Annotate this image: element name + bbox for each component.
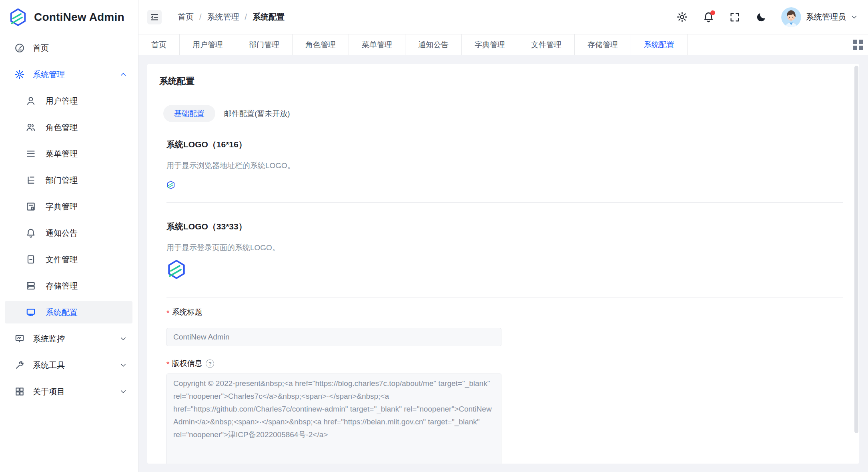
sidebar-item-role-management[interactable]: 角色管理 xyxy=(5,116,132,139)
app-root: ContiNew Admin 首页 系统管理 xyxy=(0,0,868,472)
breadcrumb-separator: / xyxy=(199,12,202,22)
help-icon[interactable]: ? xyxy=(206,360,214,368)
system-title-input[interactable] xyxy=(166,328,501,346)
sidebar-item-storage-management[interactable]: 存储管理 xyxy=(5,275,132,297)
copyright-textarea[interactable]: Copyright © 2022-present&nbsp;<a href="h… xyxy=(166,374,501,464)
sidebar-item-label: 部门管理 xyxy=(46,175,78,186)
field-label-text: 系统标题 xyxy=(172,307,202,317)
page-tab[interactable]: 文件管理 xyxy=(518,34,575,55)
page-tab[interactable]: 角色管理 xyxy=(293,34,349,55)
sidebar-item-user-management[interactable]: 用户管理 xyxy=(5,90,132,112)
required-marker: * xyxy=(166,360,169,369)
breadcrumb-item-home[interactable]: 首页 xyxy=(178,12,194,22)
page-tab[interactable]: 首页 xyxy=(138,34,180,55)
page-tab-active[interactable]: 系统配置 xyxy=(631,34,688,55)
page-tab[interactable]: 通知公告 xyxy=(405,34,462,55)
page-tab[interactable]: 存储管理 xyxy=(575,34,631,55)
chevron-down-icon xyxy=(851,14,858,20)
login-logo-preview[interactable] xyxy=(166,259,186,279)
sidebar-item-home[interactable]: 首页 xyxy=(5,37,132,59)
system-config-card: 系统配置 基础配置 邮件配置(暂未开放) 系统LOGO（16*16） 用于显示浏… xyxy=(147,64,859,464)
breadcrumb-separator: / xyxy=(245,12,247,22)
opened-tabs-bar: 首页 用户管理 部门管理 角色管理 菜单管理 通知公告 字典管理 文件管理 存储… xyxy=(138,34,868,55)
page-tab[interactable]: 用户管理 xyxy=(180,34,236,55)
file-icon xyxy=(26,254,36,265)
user-name: 系统管理员 xyxy=(806,12,846,22)
sidebar-item-system-tools[interactable]: 系统工具 xyxy=(5,354,132,376)
tab-mail-config[interactable]: 邮件配置(暂未开放) xyxy=(224,108,290,119)
dark-mode-button[interactable] xyxy=(755,11,768,24)
sidebar-item-menu-management[interactable]: 菜单管理 xyxy=(5,143,132,165)
section-description: 用于显示浏览器地址栏的系统LOGO。 xyxy=(166,161,843,171)
apps-grid-icon xyxy=(14,386,25,397)
copyright-label: * 版权信息 ? xyxy=(166,358,843,369)
settings-button[interactable] xyxy=(676,11,688,24)
sidebar-item-system-monitor[interactable]: 系统监控 xyxy=(5,327,132,350)
logo-33-section: 系统LOGO（33*33） 用于显示登录页面的系统LOGO。 xyxy=(166,221,843,297)
sidebar-item-about-project[interactable]: 关于项目 xyxy=(5,380,132,403)
content-area: 系统配置 基础配置 邮件配置(暂未开放) 系统LOGO（16*16） 用于显示浏… xyxy=(138,55,868,472)
favicon-logo-preview[interactable] xyxy=(166,181,175,189)
gear-icon xyxy=(14,69,25,80)
divider xyxy=(166,202,843,203)
top-header: 首页 / 系统管理 / 系统配置 xyxy=(138,0,868,34)
sidebar-item-label: 角色管理 xyxy=(46,122,78,133)
chevron-up-icon xyxy=(120,71,127,78)
breadcrumb-item-current: 系统配置 xyxy=(253,12,285,22)
system-title-label: * 系统标题 xyxy=(166,307,843,317)
desktop-icon xyxy=(26,307,36,317)
sidebar-item-system-config[interactable]: 系统配置 xyxy=(5,301,132,323)
sidebar-item-label: 关于项目 xyxy=(33,386,65,397)
dashboard-icon xyxy=(14,43,25,53)
section-title: 系统LOGO（33*33） xyxy=(166,221,843,232)
sidebar-item-label: 存储管理 xyxy=(46,281,78,291)
app-title: ContiNew Admin xyxy=(34,11,124,24)
user-group-icon xyxy=(26,122,36,133)
sidebar-item-label: 文件管理 xyxy=(46,254,78,265)
breadcrumb-item-system-management[interactable]: 系统管理 xyxy=(207,12,239,22)
menu-lines-icon xyxy=(26,149,36,159)
notifications-button[interactable] xyxy=(702,11,715,24)
monitor-pulse-icon xyxy=(14,333,25,344)
sidebar-item-label: 系统管理 xyxy=(33,69,65,80)
breadcrumb: 首页 / 系统管理 / 系统配置 xyxy=(178,12,285,22)
notification-badge xyxy=(710,10,715,15)
grid-icon xyxy=(853,40,863,50)
chevron-down-icon xyxy=(120,362,127,369)
card-scrollbar[interactable] xyxy=(854,66,858,433)
wrench-icon xyxy=(14,360,25,370)
config-form: * 系统标题 * 版权信息 ? Copyright © 2022-present… xyxy=(166,307,843,464)
sidebar-item-label: 用户管理 xyxy=(46,96,78,106)
sidebar-item-notice[interactable]: 通知公告 xyxy=(5,222,132,244)
storage-icon xyxy=(26,281,36,291)
sidebar-item-file-management[interactable]: 文件管理 xyxy=(5,248,132,271)
sidebar-item-dict-management[interactable]: 字典管理 xyxy=(5,195,132,218)
divider xyxy=(166,297,843,297)
sidebar-item-label: 菜单管理 xyxy=(46,149,78,159)
tab-basic-config[interactable]: 基础配置 xyxy=(163,105,215,122)
sidebar-item-label: 字典管理 xyxy=(46,201,78,212)
dictionary-icon xyxy=(26,201,36,212)
field-label-text: 版权信息 xyxy=(172,358,202,369)
app-logo-icon xyxy=(9,8,27,26)
sidebar-item-system-management[interactable]: 系统管理 xyxy=(5,63,132,86)
sidebar-collapse-button[interactable] xyxy=(147,10,162,24)
sidebar-item-label: 系统配置 xyxy=(46,307,78,318)
chevron-down-icon xyxy=(120,335,127,342)
avatar xyxy=(781,7,801,27)
user-menu[interactable]: 系统管理员 xyxy=(781,7,858,27)
sidebar-item-label: 通知公告 xyxy=(46,228,78,239)
tab-actions-button[interactable] xyxy=(853,34,863,55)
sidebar: ContiNew Admin 首页 系统管理 xyxy=(0,0,138,472)
sidebar-item-label: 首页 xyxy=(33,43,49,54)
brand-header[interactable]: ContiNew Admin xyxy=(0,0,138,34)
page-tab[interactable]: 部门管理 xyxy=(236,34,293,55)
sidebar-item-department-management[interactable]: 部门管理 xyxy=(5,169,132,191)
main-column: 首页 / 系统管理 / 系统配置 xyxy=(138,0,868,472)
page-tab[interactable]: 菜单管理 xyxy=(349,34,405,55)
sidebar-item-label: 系统监控 xyxy=(33,333,65,344)
fullscreen-button[interactable] xyxy=(728,11,741,24)
page-tab[interactable]: 字典管理 xyxy=(462,34,518,55)
chevron-down-icon xyxy=(120,388,127,395)
config-tabs: 基础配置 邮件配置(暂未开放) xyxy=(163,105,847,122)
